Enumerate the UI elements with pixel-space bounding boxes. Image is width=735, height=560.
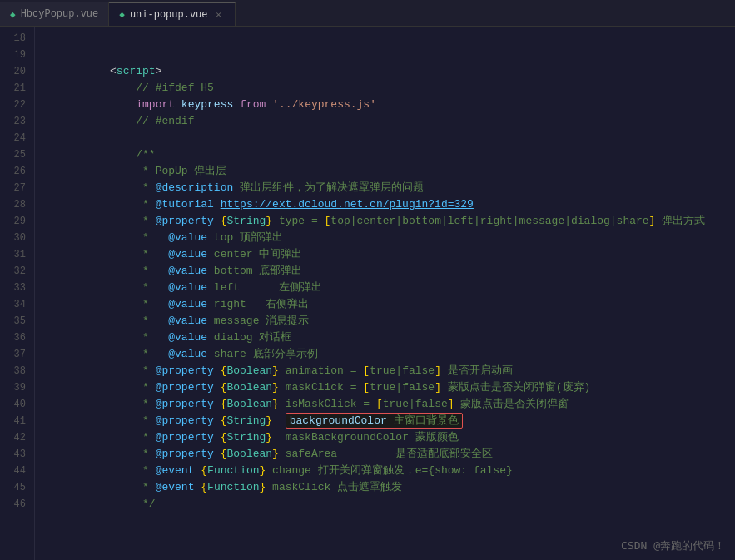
line-num-46: 46 (0, 496, 34, 513)
tab-uni-popup-label: uni-popup.vue (130, 9, 208, 21)
line-num-43: 43 (0, 446, 34, 463)
code-line-46 (45, 496, 735, 513)
tab-hbcy-label: HbcyPopup.vue (21, 8, 99, 20)
code-line-45: */ (45, 479, 735, 496)
code-line-21: import keypress from '../keypress.js' (45, 80, 735, 97)
code-line-37: * @property {Boolean} animation = [true|… (45, 346, 735, 363)
line-num-20: 20 (0, 63, 34, 80)
code-line-43: * @event {Function} change 打开关闭弹窗触发，e={s… (45, 446, 735, 463)
line-num-27: 27 (0, 180, 34, 196)
line-num-33: 33 (0, 280, 34, 296)
code-line-41: * @property {String} maskBackgroundColor… (45, 413, 735, 429)
code-line-38: * @property {Boolean} maskClick = [true|… (45, 363, 735, 379)
code-line-36: * @value share 底部分享示例 (45, 330, 735, 346)
tab-hbcy[interactable]: ◆ HbcyPopup.vue (0, 2, 109, 26)
line-num-21: 21 (0, 80, 34, 97)
line-num-45: 45 (0, 479, 34, 496)
code-line-44: * @event {Function} maskClick 点击遮罩触发 (45, 463, 735, 479)
code-line-32: * @value left 左侧弹出 (45, 263, 735, 280)
line-num-35: 35 (0, 313, 34, 330)
code-line-20: // #ifdef H5 (45, 63, 735, 80)
code-line-39: * @property {Boolean} isMaskClick = [tru… (45, 379, 735, 396)
line-num-19: 19 (0, 47, 34, 63)
tab-bar: ◆ HbcyPopup.vue ◆ uni-popup.vue ✕ (0, 0, 735, 27)
code-line-19: <script> (45, 47, 735, 63)
line-num-18: 18 (0, 30, 34, 47)
line-num-26: 26 (0, 163, 34, 180)
code-line-35: * @value dialog 对话框 (45, 313, 735, 330)
vue-icon-2: ◆ (119, 9, 125, 20)
code-line-42: * @property {Boolean} safeArea 是否适配底部安全区 (45, 429, 735, 446)
line-num-22: 22 (0, 97, 34, 113)
line-num-40: 40 (0, 396, 34, 413)
line-num-41: 41 (0, 413, 34, 429)
code-line-31: * @value bottom 底部弹出 (45, 246, 735, 263)
line-num-23: 23 (0, 113, 34, 130)
watermark: CSDN @奔跑的代码！ (621, 538, 725, 553)
code-line-29: * @value top 顶部弹出 (45, 213, 735, 230)
line-num-30: 30 (0, 230, 34, 246)
line-num-31: 31 (0, 246, 34, 263)
editor-window: ◆ HbcyPopup.vue ◆ uni-popup.vue ✕ 18 19 … (0, 0, 735, 560)
line-num-39: 39 (0, 379, 34, 396)
code-line-27: * @tutorial https://ext.dcloud.net.cn/pl… (45, 180, 735, 196)
line-num-34: 34 (0, 296, 34, 313)
line-num-25: 25 (0, 146, 34, 163)
code-line-24: /** (45, 130, 735, 146)
code-line-40: * @property {String} backgroundColor 主窗口… (45, 396, 735, 413)
vue-icon: ◆ (10, 9, 16, 20)
line-num-38: 38 (0, 363, 34, 379)
line-num-44: 44 (0, 463, 34, 479)
tab-close-button[interactable]: ✕ (213, 9, 225, 21)
code-line-28: * @property {String} type = [top|center|… (45, 196, 735, 213)
line-num-29: 29 (0, 213, 34, 230)
code-line-30: * @value center 中间弹出 (45, 230, 735, 246)
tab-uni-popup[interactable]: ◆ uni-popup.vue ✕ (109, 2, 235, 26)
line-num-37: 37 (0, 346, 34, 363)
line-num-32: 32 (0, 263, 34, 280)
code-line-34: * @value message 消息提示 (45, 296, 735, 313)
line-numbers: 18 19 20 21 22 23 24 25 26 27 28 29 30 3… (0, 27, 35, 560)
code-content: <script> // #ifdef H5 import keypress fr… (35, 27, 735, 560)
code-line-33: * @value right 右侧弹出 (45, 280, 735, 296)
code-line-18 (45, 30, 735, 47)
code-line-23 (45, 113, 735, 130)
line-num-42: 42 (0, 429, 34, 446)
code-line-26: * @description 弹出层组件，为了解决遮罩弹层的问题 (45, 163, 735, 180)
line-num-36: 36 (0, 330, 34, 346)
code-line-22: // #endif (45, 97, 735, 113)
code-area: 18 19 20 21 22 23 24 25 26 27 28 29 30 3… (0, 27, 735, 560)
code-line-25: * PopUp 弹出层 (45, 146, 735, 163)
line-num-28: 28 (0, 196, 34, 213)
line-num-24: 24 (0, 130, 34, 146)
